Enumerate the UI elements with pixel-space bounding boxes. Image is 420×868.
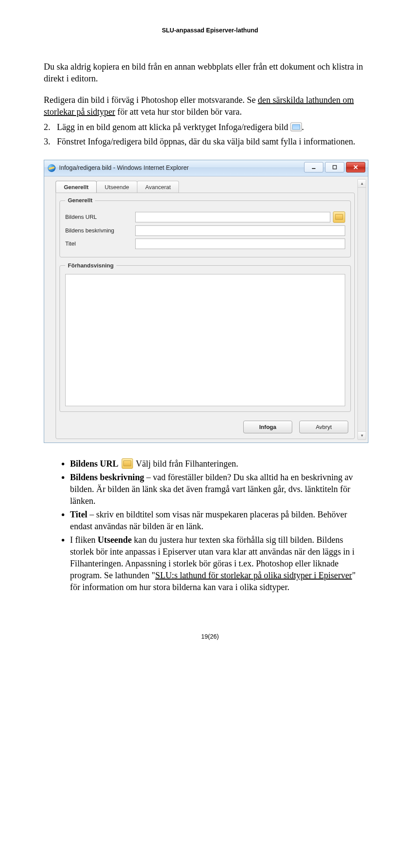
svg-rect-1 bbox=[333, 165, 336, 169]
instruction-step-2: Lägg in en bild genom att klicka på verk… bbox=[52, 121, 376, 133]
cancel-button[interactable]: Avbryt bbox=[299, 421, 348, 434]
window-close-button[interactable] bbox=[346, 162, 365, 172]
bullet-url-label: Bildens URL bbox=[70, 459, 119, 468]
bullet-utseende-pre: I fliken bbox=[70, 535, 98, 545]
instruction-list: Lägg in en bild genom att klicka på verk… bbox=[44, 121, 376, 148]
instruction-step-3: Fönstret Infoga/redigera bild öppnas, dä… bbox=[52, 136, 376, 148]
tab-panel-generellt: Generellt Bildens URL Bildens beskrivnin… bbox=[56, 193, 355, 439]
dialog-title: Infoga/redigera bild - Windows Internet … bbox=[59, 164, 189, 172]
page-number: 19(26) bbox=[44, 633, 376, 641]
fieldset-generellt: Generellt Bildens URL Bildens beskrivnin… bbox=[60, 197, 351, 257]
fieldset-preview: Förhandsvisning bbox=[60, 262, 351, 412]
bullet-utseende-label: Utseende bbox=[98, 535, 132, 545]
tab-avancerat[interactable]: Avancerat bbox=[137, 181, 179, 193]
bullet-url: Bildens URL Välj bild från Filhanteringe… bbox=[70, 458, 364, 470]
label-image-title: Titel bbox=[65, 240, 135, 248]
bullet-utseende: I fliken Utseende kan du justera hur tex… bbox=[70, 534, 364, 593]
dialog-titlebar: Infoga/redigera bild - Windows Internet … bbox=[44, 160, 368, 176]
tab-generellt[interactable]: Generellt bbox=[56, 181, 97, 193]
dialog-tabstrip: Generellt Utseende Avancerat bbox=[51, 176, 355, 193]
file-manager-icon bbox=[122, 458, 133, 469]
bullet-title-text: – skriv en bildtitel som visas när muspe… bbox=[70, 510, 347, 531]
insert-image-dialog: Infoga/redigera bild - Windows Internet … bbox=[44, 160, 368, 443]
scroll-down-icon[interactable]: ▾ bbox=[358, 431, 366, 439]
storlekar-sidtyper-link[interactable]: SLU:s lathund för storlekar på olika sid… bbox=[155, 570, 352, 580]
intro-p2-postlink: för att veta hur stor bilden bör vara. bbox=[115, 107, 242, 116]
insert-button[interactable]: Infoga bbox=[243, 421, 292, 434]
input-image-description[interactable] bbox=[135, 225, 345, 236]
label-image-url: Bildens URL bbox=[65, 213, 135, 221]
window-minimize-button[interactable] bbox=[304, 162, 323, 172]
browse-file-button[interactable] bbox=[333, 211, 345, 223]
label-image-description: Bildens beskrivning bbox=[65, 227, 135, 235]
intro-paragraph-1: Du ska aldrig kopiera en bild från en an… bbox=[44, 61, 376, 84]
legend-preview: Förhandsvisning bbox=[65, 262, 116, 270]
step-2-text-b: . bbox=[302, 122, 304, 132]
scroll-up-icon[interactable]: ▴ bbox=[358, 179, 366, 188]
intro-paragraph-2: Redigera din bild i förväg i Photoshop e… bbox=[44, 94, 376, 118]
bullet-url-text: Välj bild från Filhanteringen. bbox=[134, 459, 238, 468]
image-preview-area bbox=[65, 274, 345, 406]
bullet-title-label: Titel bbox=[70, 510, 88, 519]
legend-generellt: Generellt bbox=[65, 197, 95, 204]
bullet-desc-label: Bildens beskrivning bbox=[70, 472, 144, 482]
input-image-url[interactable] bbox=[135, 212, 330, 222]
field-description-list: Bildens URL Välj bild från Filhanteringe… bbox=[56, 458, 376, 593]
step-2-text-a: Lägg in en bild genom att klicka på verk… bbox=[57, 122, 290, 132]
tab-utseende[interactable]: Utseende bbox=[96, 181, 137, 193]
intro-p2-prelink: Redigera din bild i förväg i Photoshop e… bbox=[44, 95, 258, 105]
window-maximize-button[interactable] bbox=[325, 162, 344, 172]
bullet-description: Bildens beskrivning – vad föreställer bi… bbox=[70, 471, 364, 507]
bullet-title: Titel – skriv en bildtitel som visas när… bbox=[70, 509, 364, 532]
page-header: SLU-anpassad Episerver-lathund bbox=[44, 26, 376, 35]
input-image-title[interactable] bbox=[135, 239, 345, 249]
internet-explorer-icon bbox=[48, 164, 56, 172]
insert-image-toolbar-icon bbox=[290, 123, 302, 131]
vertical-scrollbar[interactable]: ▴ ▾ bbox=[357, 179, 366, 440]
